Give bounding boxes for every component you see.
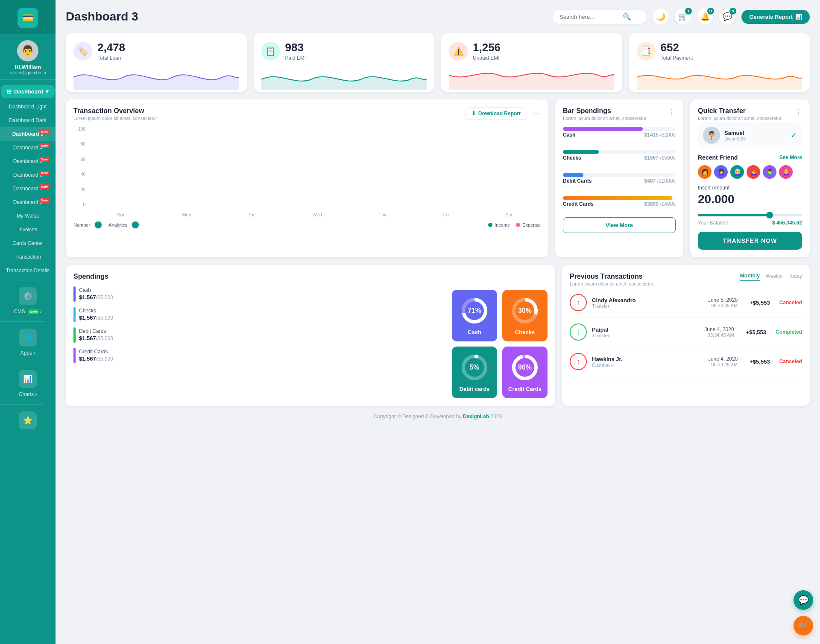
dashboard-dropdown-btn[interactable]: ⊞ Dashboard ▾	[1, 85, 55, 98]
bell-icon-btn[interactable]: 🔔 12	[697, 9, 713, 25]
cart-icon-btn[interactable]: 🛒 2	[675, 9, 691, 25]
tab-monthly[interactable]: Monthly	[740, 273, 760, 281]
bar-spendings-subtitle: Lorem ipsum dolor sit amet, consectetur	[563, 116, 647, 121]
total-payment-number: 652	[661, 41, 693, 54]
tx-status-hawkins: Canceled	[779, 358, 802, 364]
spending-debit-row: Debit Cards $487 /$10000	[563, 173, 676, 184]
sidebar-item-dashboard-3[interactable]: Dashboard 3 New	[0, 127, 56, 141]
sidebar-item-dashboard-4[interactable]: Dashboard 4 New	[0, 141, 56, 154]
search-icon: 🔍	[623, 13, 631, 21]
star-icon-btn[interactable]: ⭐	[19, 411, 37, 429]
spending-checks-row: Checks $1567 /$5000	[563, 150, 676, 161]
tab-weekly[interactable]: Weekly	[766, 273, 782, 281]
y-label-40: 40	[73, 172, 85, 177]
total-payment-wave	[637, 64, 802, 90]
friend-avatar-1: 👩	[698, 165, 712, 179]
paid-emi-label: Paid EMI	[285, 55, 306, 61]
total-loan-wave	[73, 64, 239, 90]
qt-user-row: 👨‍💼 Samuel @sam224 ✓	[698, 122, 802, 148]
tx-name-hawkins: Hawkins Jr.	[592, 356, 623, 362]
sidebar-item-dashboard-dark[interactable]: Dashboard Dark	[0, 114, 56, 127]
spendings-title: Spendings	[73, 273, 548, 280]
view-more-btn[interactable]: View More	[563, 217, 676, 233]
tx-date-cindy: June 5, 2020	[708, 297, 738, 303]
tx-icon-paipal: ↓	[570, 323, 587, 341]
see-more-link[interactable]: See More	[779, 154, 802, 160]
sidebar-item-transaction-details[interactable]: Transaction Details	[0, 264, 56, 277]
charts-icon-btn[interactable]: 📊	[19, 370, 37, 388]
apps-icon-btn[interactable]: 🌐	[19, 329, 37, 347]
y-label-20: 20	[73, 187, 85, 192]
search-input[interactable]	[559, 14, 619, 20]
donut-debit-label: Debit cards	[460, 386, 490, 392]
spendings-content: Cash $1,567/$5,000 Checks $1,567/$5,000	[73, 286, 548, 398]
paid-emi-icon: 📋	[261, 42, 280, 61]
cash-color-bar	[73, 286, 76, 302]
spending-item-credit: Credit Cards $1,567/$5,000	[73, 348, 443, 363]
unpaid-emi-number: 1,256	[473, 41, 501, 54]
tab-today[interactable]: Today	[788, 273, 802, 281]
cms-icon-btn[interactable]: ⚙️	[19, 287, 37, 305]
sidebar-item-transaction[interactable]: Transaction	[0, 250, 56, 264]
search-box[interactable]: 🔍	[553, 10, 647, 24]
cms-badge: New	[28, 309, 38, 314]
unpaid-emi-wave	[449, 64, 615, 90]
badge-new: New	[39, 143, 50, 148]
fab-support[interactable]: 💬	[794, 590, 813, 610]
sidebar-item-dashboard-5[interactable]: Dashboard 5 New	[0, 154, 56, 168]
logo-icon: 💳	[18, 8, 38, 28]
download-report-btn[interactable]: ⬇ Download Report	[465, 107, 527, 120]
cash-amount: $1,567	[79, 294, 96, 300]
sidebar-item-dashboard-7[interactable]: Dashboard 7 New	[0, 182, 56, 195]
fab-cart[interactable]: 🛒	[794, 616, 813, 635]
generate-report-button[interactable]: Generate Report 📊	[741, 10, 810, 24]
cms-arrow: ›	[40, 309, 42, 315]
bar-spendings-more-icon[interactable]: ⋮	[668, 107, 676, 117]
label-sat: Sat	[505, 212, 512, 217]
badge-new: New	[39, 157, 50, 162]
sidebar-item-dashboard-8[interactable]: Dashboard 8 New	[0, 195, 56, 209]
label-wed: Wed	[312, 212, 322, 217]
donut-credit-label: Credit Cards	[508, 386, 542, 392]
donut-cash-label: Cash	[468, 329, 481, 335]
sidebar-item-my-wallet[interactable]: My Wallet	[0, 209, 56, 223]
stat-card-total-loan: 🏷️ 2,478 Total Loan	[66, 33, 247, 92]
quick-transfer-more-icon[interactable]: ⋮	[794, 107, 802, 117]
footer-brand-link[interactable]: DexignLab	[463, 414, 489, 420]
dark-mode-btn[interactable]: 🌙	[653, 9, 669, 25]
debit-amounts: Debit Cards $487 /$10000	[563, 178, 676, 184]
balance-row: Your Balance $ 456,345.62	[698, 220, 802, 226]
chat-badge: 5	[729, 8, 736, 15]
sidebar-item-cards-center[interactable]: Cards Center	[0, 236, 56, 250]
more-options-icon[interactable]: ⋯	[533, 109, 541, 118]
number-toggle[interactable]	[94, 221, 102, 229]
analytics-toggle[interactable]	[131, 221, 140, 229]
donut-cash-pct: 71%	[468, 307, 481, 315]
number-legend-label: Number	[73, 222, 90, 227]
cart-badge: 2	[685, 8, 692, 15]
apps-section[interactable]: 🌐 Apps ›	[0, 324, 56, 360]
divider3	[0, 363, 44, 363]
sidebar-item-invoices[interactable]: Invoices	[0, 223, 56, 236]
badge-new: New	[39, 184, 50, 189]
transfer-now-btn[interactable]: TRANSFER NOW	[698, 232, 802, 250]
divider2	[0, 321, 44, 322]
total-loan-number: 2,478	[97, 41, 125, 54]
donut-cash: 71% Cash	[452, 290, 497, 341]
sidebar-item-dashboard-6[interactable]: Dashboard 6 New	[0, 168, 56, 182]
income-dot	[488, 223, 492, 227]
amount-slider[interactable]	[698, 214, 802, 216]
chart-bar-icon: 📊	[795, 14, 802, 20]
sidebar-nav: Dashboard Light Dashboard Dark Dashboard…	[0, 100, 56, 435]
tx-row-paipal: ↓ Paipal Transfer June 4, 2020 05:34:45 …	[570, 318, 802, 347]
cms-section[interactable]: ⚙️ CMS New ›	[0, 283, 56, 319]
donut-checks-pct: 30%	[518, 307, 532, 315]
sidebar-item-dashboard-light[interactable]: Dashboard Light	[0, 100, 56, 114]
tx-type-paipal: Transfer	[592, 333, 609, 338]
charts-label: Charts ›	[19, 391, 37, 397]
charts-section[interactable]: 📊 Charts ›	[0, 366, 56, 402]
favorites-section[interactable]: ⭐	[0, 407, 56, 435]
chat-icon-btn[interactable]: 💬 5	[719, 9, 735, 25]
debit-color-bar	[73, 327, 76, 343]
tx-icon-hawkins: ↑	[570, 353, 587, 370]
